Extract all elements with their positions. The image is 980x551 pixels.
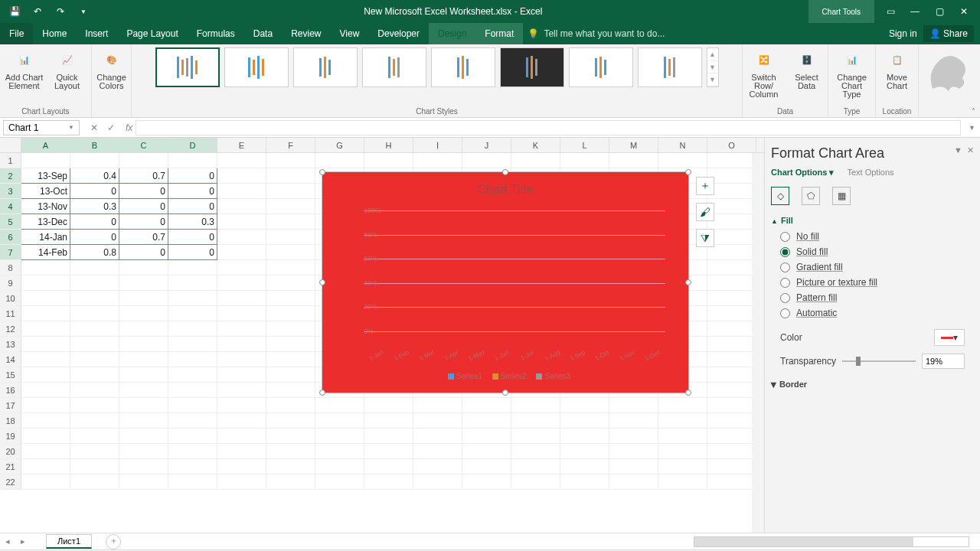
sheet-tab[interactable]: Лист1 [46, 534, 92, 549]
collapse-ribbon-icon[interactable]: ˄ [972, 107, 975, 116]
change-type-icon: 📊 [840, 47, 864, 72]
maximize-icon[interactable]: ▢ [929, 6, 949, 17]
style-thumb[interactable] [362, 47, 426, 87]
style-thumb[interactable] [500, 47, 564, 87]
style-thumb[interactable] [155, 47, 220, 87]
pane-tab-text-options[interactable]: Text Options [847, 168, 893, 177]
pane-tab-chart-options[interactable]: Chart Options ▾ [771, 168, 834, 178]
col-header[interactable]: M [609, 138, 658, 152]
fill-auto-radio[interactable]: Automatic [780, 308, 974, 318]
ribbon-display-icon[interactable]: ▭ [880, 6, 900, 17]
minimize-icon[interactable]: — [905, 6, 925, 17]
plot-area[interactable]: 0%20%40%60%80%100% [364, 210, 665, 331]
col-header[interactable]: L [560, 138, 609, 152]
formula-expand-icon[interactable]: ▼ [964, 124, 980, 132]
col-header[interactable]: E [217, 138, 266, 152]
col-header[interactable]: G [315, 138, 364, 152]
effects-tab-icon[interactable]: ⬠ [802, 187, 820, 205]
title-bar: 💾 ↶ ↷ ▼ New Microsoft Excel Worksheet.xl… [0, 0, 980, 23]
tab-file[interactable]: File [0, 23, 33, 44]
add-chart-element-button[interactable]: 📊 Add Chart Element [5, 47, 44, 90]
col-header[interactable]: C [119, 138, 168, 152]
formula-input[interactable] [136, 120, 961, 135]
tab-format[interactable]: Format [475, 23, 523, 44]
fill-gradient-radio[interactable]: Gradient fill [780, 262, 974, 272]
pane-close-icon[interactable]: ✕ [967, 145, 974, 161]
window-title: New Microsoft Excel Worksheet.xlsx - Exc… [98, 6, 808, 17]
tab-view[interactable]: View [331, 23, 369, 44]
col-header[interactable]: H [364, 138, 413, 152]
chart-elements-button[interactable]: ＋ [696, 177, 714, 195]
chart-styles-button[interactable]: 🖌 [696, 203, 714, 221]
vertical-scrollbar[interactable] [752, 153, 764, 533]
fill-picture-radio[interactable]: Picture or texture fill [780, 277, 974, 288]
style-thumb[interactable] [224, 47, 289, 87]
chart-title[interactable]: Chart Title [322, 183, 688, 197]
share-button[interactable]: 👤 Share [923, 25, 974, 42]
redo-icon[interactable]: ↷ [54, 5, 67, 18]
close-icon[interactable]: ✕ [954, 6, 974, 17]
sheet-nav-next[interactable]: ▸ [15, 536, 31, 546]
change-chart-type-button[interactable]: 📊Change Chart Type [833, 47, 871, 99]
col-header[interactable]: B [70, 138, 119, 152]
fill-color-button[interactable]: ▾ [934, 329, 965, 346]
select-all-corner[interactable] [0, 138, 21, 152]
add-sheet-button[interactable]: ＋ [106, 534, 121, 549]
chart-object[interactable]: Chart Title 0%20%40%60%80%100% 1-Jan1-Fe… [322, 171, 689, 393]
col-header[interactable]: I [413, 138, 462, 152]
save-icon[interactable]: 💾 [8, 5, 21, 18]
style-thumb[interactable] [293, 47, 358, 87]
sheet-nav-prev[interactable]: ◂ [0, 536, 15, 546]
tab-home[interactable]: Home [33, 23, 76, 44]
transparency-input[interactable] [922, 354, 965, 369]
change-colors-button[interactable]: 🎨 Change Colors [93, 47, 131, 90]
quick-layout-button[interactable]: 📈 Quick Layout [48, 47, 87, 90]
col-header[interactable]: D [168, 138, 217, 152]
style-thumb[interactable] [569, 47, 633, 87]
fill-solid-radio[interactable]: Solid fill [780, 246, 974, 257]
pane-title: Format Chart Area [771, 145, 884, 161]
tab-page-layout[interactable]: Page Layout [117, 23, 187, 44]
cancel-formula-icon[interactable]: ✕ [87, 122, 101, 133]
switch-row-column-button[interactable]: 🔀Switch Row/ Column [745, 47, 783, 99]
enter-formula-icon[interactable]: ✓ [104, 122, 118, 133]
tab-review[interactable]: Review [282, 23, 330, 44]
fill-section-header[interactable]: ▲Fill [771, 216, 974, 225]
size-props-tab-icon[interactable]: ▦ [832, 187, 851, 205]
col-header[interactable]: F [266, 138, 315, 152]
formula-bar-row: Chart 1▼ ✕ ✓ fx ▼ [0, 118, 980, 138]
move-chart-button[interactable]: 📋Move Chart [878, 47, 916, 90]
name-box[interactable]: Chart 1▼ [3, 120, 80, 135]
select-data-button[interactable]: 🗄️Select Data [788, 47, 826, 99]
col-header[interactable]: J [462, 138, 511, 152]
style-thumb[interactable] [431, 47, 495, 87]
chart-filter-button[interactable]: ⧩ [696, 229, 714, 247]
style-thumb[interactable] [638, 47, 702, 87]
fill-line-tab-icon[interactable]: ◇ [771, 187, 789, 205]
column-headers[interactable]: A B C D E F G H I J K L M N O [0, 138, 764, 153]
tell-me-input[interactable]: Tell me what you want to do... [544, 28, 681, 39]
chart-styles-gallery[interactable]: ▲▼▼ [155, 47, 719, 87]
group-label-location: Location [883, 107, 912, 116]
tab-formulas[interactable]: Formulas [188, 23, 244, 44]
transparency-slider[interactable] [842, 360, 916, 362]
pane-options-icon[interactable]: ▼ [954, 145, 962, 161]
border-section-header[interactable]: ▶Border [771, 380, 974, 389]
gallery-scroll[interactable]: ▲▼▼ [707, 47, 719, 87]
col-header[interactable]: O [707, 138, 756, 152]
fill-no-radio[interactable]: No fill [780, 231, 974, 242]
horizontal-scrollbar[interactable] [694, 536, 969, 547]
tab-developer[interactable]: Developer [368, 23, 429, 44]
fill-pattern-radio[interactable]: Pattern fill [780, 292, 974, 303]
undo-icon[interactable]: ↶ [31, 5, 44, 18]
tab-data[interactable]: Data [244, 23, 282, 44]
col-header[interactable]: N [658, 138, 707, 152]
tab-insert[interactable]: Insert [76, 23, 117, 44]
qat-dropdown-icon[interactable]: ▼ [77, 5, 90, 18]
col-header[interactable]: A [21, 138, 70, 152]
fx-icon[interactable]: fx [122, 122, 136, 133]
col-header[interactable]: K [511, 138, 560, 152]
tab-design[interactable]: Design [429, 23, 475, 44]
chart-legend[interactable]: Series1 Series2 Series3 [322, 372, 688, 380]
signin-link[interactable]: Sign in [889, 28, 917, 39]
